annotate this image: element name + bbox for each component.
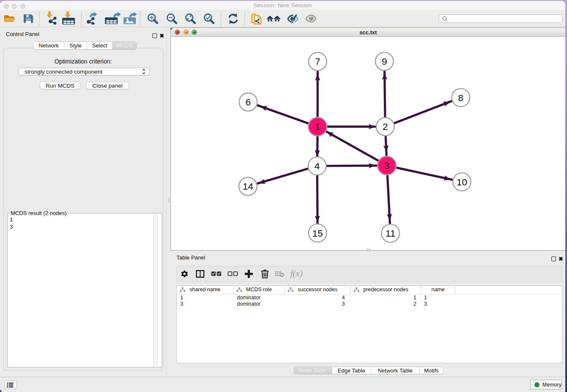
svg-text:14: 14: [242, 181, 253, 192]
svg-text:9: 9: [382, 56, 387, 67]
svg-text:2: 2: [383, 121, 388, 132]
svg-text:1: 1: [315, 121, 320, 132]
svg-text:8: 8: [458, 92, 464, 103]
svg-text:7: 7: [315, 56, 320, 67]
svg-text:10: 10: [457, 177, 467, 187]
svg-text:15: 15: [312, 228, 323, 238]
svg-text:4: 4: [314, 161, 320, 171]
svg-text:11: 11: [385, 228, 395, 239]
svg-text:6: 6: [245, 97, 251, 107]
svg-text:3: 3: [384, 160, 390, 171]
